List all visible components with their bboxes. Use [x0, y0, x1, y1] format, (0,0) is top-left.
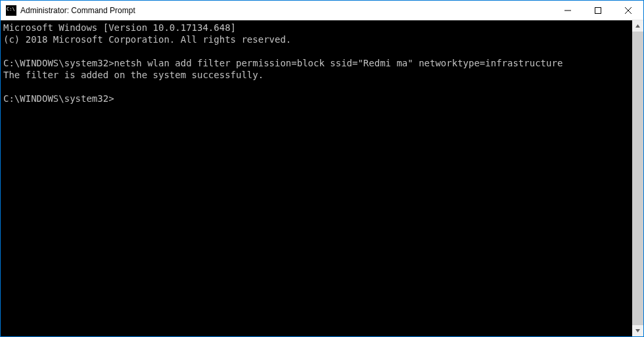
- svg-rect-3: [595, 7, 601, 13]
- response-line: The filter is added on the system succes…: [3, 70, 264, 80]
- prompt-path: C:\WINDOWS\system32>: [3, 93, 114, 104]
- scroll-up-button[interactable]: [632, 20, 643, 32]
- window-controls: [553, 1, 643, 20]
- terminal-output[interactable]: Microsoft Windows [Version 10.0.17134.64…: [1, 20, 632, 336]
- cmd-icon: C:\: [6, 5, 16, 16]
- vertical-scrollbar[interactable]: [632, 20, 643, 336]
- terminal-container: Microsoft Windows [Version 10.0.17134.64…: [1, 20, 643, 336]
- svg-text:C:\: C:\: [7, 7, 15, 12]
- minimize-button[interactable]: [553, 1, 583, 20]
- scrollbar-track[interactable]: [632, 32, 643, 325]
- scrollbar-thumb[interactable]: [632, 32, 643, 325]
- window-title: Administrator: Command Prompt: [20, 6, 553, 15]
- copyright-line: (c) 2018 Microsoft Corporation. All righ…: [3, 34, 291, 45]
- window-titlebar: C:\ Administrator: Command Prompt: [1, 1, 643, 20]
- prompt-path: C:\WINDOWS\system32>: [3, 58, 114, 68]
- command-text: netsh wlan add filter permission=block s…: [114, 58, 563, 68]
- svg-marker-6: [635, 24, 640, 28]
- close-button[interactable]: [613, 1, 643, 20]
- maximize-button[interactable]: [583, 1, 613, 20]
- scroll-down-button[interactable]: [632, 325, 643, 336]
- svg-marker-7: [635, 329, 640, 332]
- version-line: Microsoft Windows [Version 10.0.17134.64…: [3, 22, 236, 33]
